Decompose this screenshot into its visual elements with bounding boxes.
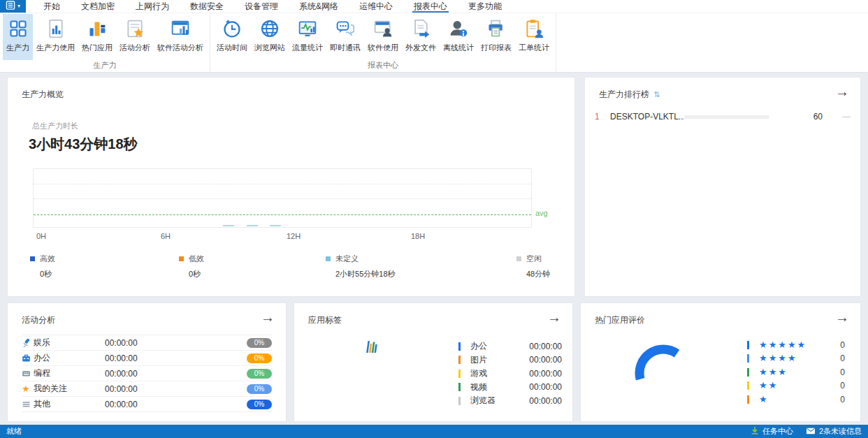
- document-star-icon: [125, 17, 145, 40]
- legend-swatch: [179, 256, 184, 261]
- stars-5: ★★★★★: [759, 340, 806, 350]
- ribbon-btn-productivity[interactable]: 生产力: [3, 14, 33, 60]
- tab-doc-encryption[interactable]: 文档加密: [71, 0, 125, 13]
- legend-tick: [458, 397, 461, 405]
- ribbon-btn-instant-messaging[interactable]: 即时通讯: [326, 14, 364, 60]
- tag-rows: 办公00:00:00 图片00:00:00 游戏00:00:00 视频00:00…: [458, 340, 562, 408]
- tab-device-mgmt[interactable]: 设备管理: [234, 0, 289, 13]
- ribbon-btn-print-report[interactable]: 打印报表: [477, 14, 515, 60]
- tab-ops-center[interactable]: 运维中心: [349, 0, 403, 13]
- legend-tick: [747, 395, 749, 404]
- ribbon-group-productivity: 生产力 生产力使用 热门应用 活动分析 软件活动分析 生产力: [0, 13, 210, 72]
- arrow-right-icon[interactable]: →: [547, 309, 561, 326]
- tab-more-features[interactable]: 更多功能: [458, 0, 512, 13]
- ribbon-btn-label: 工单统计: [519, 43, 549, 53]
- legend-tick: [458, 383, 461, 391]
- rating-row[interactable]: ★★0: [747, 379, 845, 393]
- percent-badge: 0%: [247, 338, 272, 348]
- legend-tick: [747, 354, 749, 363]
- activity-row[interactable]: 娱乐 00:00:00 0%: [22, 335, 272, 351]
- legend-tick: [747, 381, 749, 390]
- chat-bubbles-icon: [335, 17, 355, 40]
- tag-row[interactable]: 游戏00:00:00: [458, 367, 562, 381]
- card-productivity-overview: 生产力概览 总生产力时长 3小时43分钟18秒 avg 0H 6H 12H 18…: [7, 77, 575, 297]
- briefcase-icon: [22, 353, 34, 363]
- ribbon-btn-activity-analysis[interactable]: 活动分析: [116, 14, 154, 60]
- ribbon-btn-outgoing-files[interactable]: 外发文件: [402, 14, 440, 60]
- ribbon-btn-productivity-usage[interactable]: 生产力使用: [33, 14, 78, 60]
- ribbon-group-label-productivity: 生产力: [1, 60, 208, 72]
- tab-web-behavior[interactable]: 上网行为: [125, 0, 180, 13]
- ranking-row[interactable]: 1 DESKTOP-VLKTL... 60 —: [595, 110, 851, 124]
- tag-row[interactable]: 办公00:00:00: [458, 340, 562, 353]
- printer-icon: [486, 17, 506, 40]
- document-arrow-icon: [411, 17, 431, 40]
- stars-3: ★★★: [759, 367, 788, 377]
- ribbon-btn-browse-websites[interactable]: 浏览网站: [251, 14, 289, 60]
- x-tick: 6H: [161, 232, 171, 240]
- legend-tick: [747, 368, 749, 377]
- legend-swatch: [30, 256, 35, 261]
- rating-row[interactable]: ★★★0: [747, 365, 845, 379]
- arrow-right-icon[interactable]: →: [835, 309, 849, 326]
- ribbon-btn-offline-stats[interactable]: 离线统计: [440, 14, 477, 60]
- ratings-arc-chart: [630, 330, 694, 390]
- tab-system-network[interactable]: 系统&网络: [289, 0, 349, 13]
- clipboard-person-icon: [524, 17, 544, 40]
- score-value: 60: [813, 112, 823, 122]
- ribbon-btn-traffic-stats[interactable]: 流量统计: [289, 14, 326, 60]
- ribbon-btn-software-usage[interactable]: 软件使用: [364, 14, 402, 60]
- ribbon-btn-hot-apps[interactable]: 热门应用: [78, 14, 116, 60]
- app-menu-icon: [6, 1, 16, 12]
- grid-icon: [8, 17, 28, 40]
- arrow-right-icon[interactable]: →: [835, 83, 849, 100]
- ribbon-btn-label: 浏览网站: [254, 43, 285, 53]
- window-barchart-icon: [171, 17, 190, 40]
- score-progress-bar: [684, 115, 769, 119]
- sort-icon[interactable]: ⇅: [653, 90, 660, 99]
- stars-4: ★★★★: [759, 353, 797, 363]
- tag-row[interactable]: 图片00:00:00: [458, 353, 562, 367]
- rating-row[interactable]: ★★★★★0: [747, 338, 845, 352]
- tag-row[interactable]: 视频00:00:00: [458, 381, 562, 395]
- trend-dash-icon: —: [842, 112, 851, 122]
- chevron-down-icon: ▾: [17, 3, 20, 9]
- ribbon-btn-label: 即时通讯: [330, 43, 361, 53]
- app-menu-button[interactable]: ▾: [0, 0, 26, 13]
- rank-number: 1: [595, 112, 610, 122]
- task-center-button[interactable]: 任务中心: [751, 426, 793, 437]
- x-tick: 12H: [287, 232, 301, 240]
- activity-row[interactable]: ★ 我的关注 00:00:00 0%: [22, 381, 272, 397]
- undefined-usage-mark: [223, 225, 234, 226]
- x-tick: 18H: [411, 232, 425, 240]
- download-icon: [751, 426, 759, 437]
- ribbon-btn-software-activity-analysis[interactable]: 软件活动分析: [154, 14, 207, 60]
- percent-badge: 0%: [247, 384, 272, 394]
- tab-home[interactable]: 开始: [33, 0, 71, 13]
- clock-icon: [222, 17, 242, 40]
- ribbon-btn-activity-time[interactable]: 活动时间: [213, 14, 251, 60]
- unread-messages-button[interactable]: 2条未读信息: [806, 426, 862, 437]
- tab-report-center[interactable]: 报表中心: [403, 0, 458, 13]
- legend-item-undefined: 未定义 2小时55分钟18秒: [326, 254, 396, 279]
- stars-1: ★: [759, 395, 769, 404]
- person-info-icon: [449, 17, 468, 40]
- undefined-usage-mark: [247, 225, 258, 226]
- list-icon: [22, 400, 34, 409]
- legend-tick: [458, 356, 461, 364]
- ribbon-btn-label: 生产力: [6, 43, 29, 53]
- total-duration-value: 3小时43分钟18秒: [29, 135, 138, 154]
- tab-data-security[interactable]: 数据安全: [180, 0, 234, 13]
- arrow-right-icon[interactable]: →: [261, 309, 275, 326]
- ribbon-btn-label: 离线统计: [443, 43, 474, 53]
- ribbon-btn-label: 生产力使用: [36, 43, 75, 53]
- activity-row[interactable]: 办公 00:00:00 0%: [22, 351, 272, 366]
- rating-row[interactable]: ★★★★0: [747, 352, 845, 366]
- ribbon-btn-work-order-stats[interactable]: 工单统计: [515, 14, 553, 60]
- rating-rows: ★★★★★0 ★★★★0 ★★★0 ★★0 ★0: [747, 338, 845, 407]
- activity-row[interactable]: 其他 00:00:00 0%: [22, 397, 272, 412]
- tag-row[interactable]: 浏览器00:00:00: [458, 394, 562, 408]
- activity-row[interactable]: 编程 00:00:00 0%: [22, 366, 272, 381]
- rating-row[interactable]: ★0: [747, 393, 845, 407]
- legend-swatch: [516, 256, 521, 261]
